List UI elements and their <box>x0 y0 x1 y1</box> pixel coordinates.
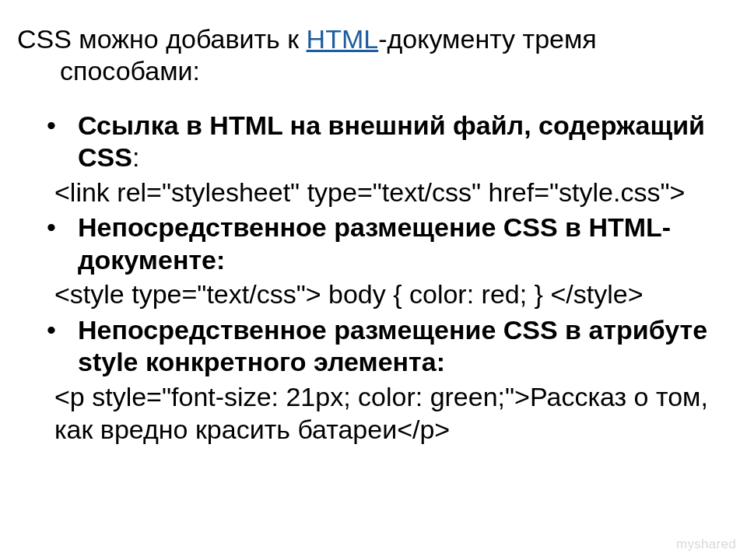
intro-paragraph: CSS можно добавить к HTML-документу трем… <box>17 23 716 88</box>
bullet-2: Непосредственное размещение CSS в HTML-д… <box>17 212 716 276</box>
html-link[interactable]: HTML <box>307 24 379 54</box>
bullet-3: Непосредственное размещение CSS в атрибу… <box>17 314 716 379</box>
bullet-list: Ссылка в HTML на внешний файл, содержащи… <box>17 110 716 446</box>
slide: CSS можно добавить к HTML-документу трем… <box>0 0 747 560</box>
bullet-1-text: Ссылка в HTML на внешний файл, содержащи… <box>78 110 705 172</box>
watermark: myshared <box>676 537 736 552</box>
bullet-1: Ссылка в HTML на внешний файл, содержащи… <box>17 110 716 174</box>
bullet-3-code: <p style="font-size: 21px; color: green;… <box>17 380 716 446</box>
intro-prefix: CSS можно добавить к <box>17 24 307 54</box>
bullet-1-code: <link rel="stylesheet" type="text/css" h… <box>17 176 716 209</box>
bullet-2-code: <style type="text/css"> body { color: re… <box>17 278 716 311</box>
